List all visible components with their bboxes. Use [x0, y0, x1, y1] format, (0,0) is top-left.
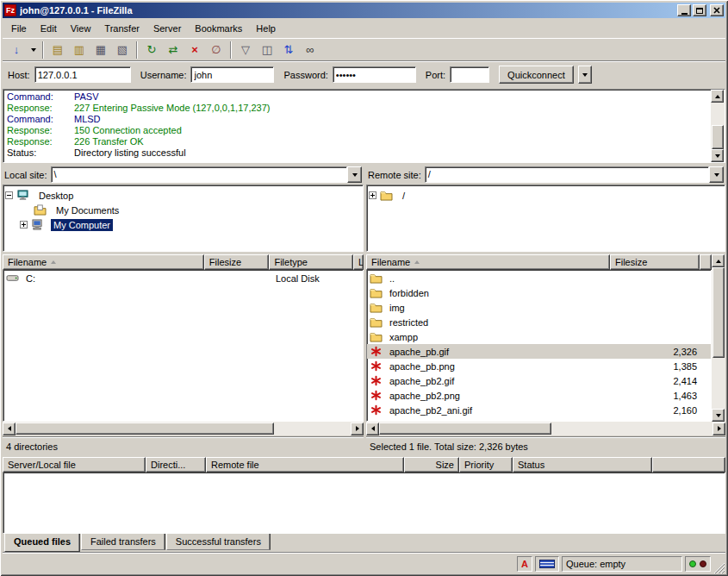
column-header-status[interactable]: Status	[513, 457, 652, 473]
file-row[interactable]: xampp	[367, 329, 711, 344]
site-manager-dropdown-button[interactable]	[28, 41, 39, 59]
find-files-button[interactable]: ∞	[300, 41, 320, 59]
log-vertical-scrollbar[interactable]	[711, 90, 725, 162]
local-horizontal-scrollbar[interactable]	[3, 422, 364, 435]
column-header-size[interactable]: Size	[404, 457, 459, 473]
column-header-direction[interactable]: Directi...	[146, 457, 206, 473]
socket-indicator[interactable]	[535, 556, 559, 572]
file-row-selected[interactable]: apache_pb.gif 2,326	[367, 344, 711, 359]
menu-view[interactable]: View	[64, 21, 98, 36]
column-header-filename[interactable]: Filename	[3, 254, 204, 270]
tree-item-root[interactable]: /	[369, 188, 723, 203]
scroll-up-button[interactable]	[712, 254, 725, 267]
tab-queued-files[interactable]: Queued files	[4, 534, 80, 552]
tree-item-my-computer[interactable]: My Computer	[5, 217, 361, 232]
message-log[interactable]: Command:PASV Response:227 Entering Passi…	[3, 89, 725, 163]
scroll-down-button[interactable]	[712, 409, 725, 422]
column-header-priority[interactable]: Priority	[459, 457, 513, 473]
scroll-track[interactable]	[16, 422, 351, 435]
filters-button[interactable]: ▽	[235, 41, 256, 59]
local-site-value[interactable]: \	[51, 166, 347, 183]
tree-item-label[interactable]: Desktop	[36, 190, 76, 202]
file-row[interactable]: apache_pb2.png 1,463	[367, 388, 711, 403]
file-row[interactable]: apache_pb.png 1,385	[367, 359, 711, 373]
scroll-left-button[interactable]	[366, 423, 379, 435]
file-row[interactable]: img	[367, 300, 711, 315]
resize-grip[interactable]	[713, 562, 725, 573]
remote-vertical-scrollbar[interactable]	[712, 254, 725, 422]
directory-comparison-button[interactable]: ◫	[257, 41, 277, 59]
scroll-thumb[interactable]	[712, 267, 725, 358]
synchronized-browsing-button[interactable]: ⇅	[278, 41, 299, 59]
menu-server[interactable]: Server	[146, 21, 188, 36]
tree-item-label[interactable]: My Computer	[51, 219, 113, 231]
disconnect-button[interactable]: ∅	[206, 41, 227, 59]
transfer-queue-toggle-button[interactable]: ▧	[112, 41, 133, 59]
process-queue-button[interactable]: ⇄	[163, 41, 184, 59]
scroll-down-button[interactable]	[711, 149, 724, 162]
password-input[interactable]	[333, 66, 416, 83]
local-site-combobox[interactable]: \	[51, 166, 362, 183]
remote-horizontal-scrollbar[interactable]	[366, 422, 725, 435]
scroll-track[interactable]	[712, 267, 725, 409]
transfer-type-indicator[interactable]: A	[517, 556, 532, 572]
column-header-filetype[interactable]: Filetype	[269, 254, 353, 270]
scroll-right-button[interactable]	[712, 423, 725, 435]
file-row[interactable]: apache_pb2_ani.gif 2,160	[367, 403, 711, 417]
remote-site-value[interactable]: /	[425, 166, 709, 183]
menu-help[interactable]: Help	[249, 21, 283, 36]
remote-directory-tree[interactable]: /	[366, 185, 725, 252]
scroll-up-button[interactable]	[711, 90, 724, 103]
tree-item-label[interactable]: /	[400, 190, 408, 202]
tab-failed-transfers[interactable]: Failed transfers	[81, 534, 165, 550]
file-row[interactable]: apache_pb2.gif 2,414	[367, 373, 711, 388]
quickconnect-dropdown-button[interactable]	[578, 66, 592, 84]
collapse-box-icon[interactable]	[5, 191, 13, 199]
port-input[interactable]	[450, 66, 489, 83]
menu-file[interactable]: File	[4, 21, 34, 36]
minimize-button[interactable]	[677, 4, 691, 16]
expand-box-icon[interactable]	[20, 221, 28, 229]
remote-file-list[interactable]: .. forbidden img	[366, 270, 712, 422]
queue-list[interactable]	[3, 473, 725, 534]
tree-item-label[interactable]: My Documents	[53, 204, 121, 216]
column-header-server-local-file[interactable]: Server/Local file	[3, 457, 146, 473]
local-directory-tree[interactable]: Desktop My Documents My Computer	[3, 185, 364, 252]
scroll-track[interactable]	[379, 422, 712, 435]
refresh-button[interactable]: ↻	[141, 41, 162, 59]
maximize-button[interactable]	[693, 4, 706, 16]
menu-edit[interactable]: Edit	[34, 21, 64, 36]
host-input[interactable]	[34, 66, 131, 83]
column-header-filename[interactable]: Filename	[366, 254, 610, 270]
username-input[interactable]	[190, 66, 274, 83]
tree-item-my-documents[interactable]: My Documents	[5, 203, 361, 217]
scroll-thumb[interactable]	[16, 423, 274, 435]
scroll-left-button[interactable]	[3, 423, 16, 435]
file-row[interactable]: forbidden	[367, 285, 711, 300]
message-log-toggle-button[interactable]: ▤	[47, 41, 68, 59]
close-button[interactable]	[710, 4, 724, 16]
local-treeview-toggle-button[interactable]: ▥	[69, 41, 90, 59]
column-header-remote-file[interactable]: Remote file	[206, 457, 404, 473]
site-manager-button[interactable]: ↓	[6, 41, 27, 59]
column-header-lastmodified[interactable]: L	[353, 254, 364, 270]
column-header-filesize[interactable]: Filesize	[204, 254, 270, 270]
scroll-thumb[interactable]	[379, 423, 551, 435]
remote-site-dropdown-button[interactable]	[709, 166, 724, 183]
tab-successful-transfers[interactable]: Successful transfers	[166, 534, 271, 550]
local-site-dropdown-button[interactable]	[347, 166, 362, 183]
scroll-right-button[interactable]	[351, 423, 364, 435]
quickconnect-button[interactable]: Quickconnect	[499, 66, 574, 84]
cancel-button[interactable]: ×	[184, 41, 205, 59]
file-row[interactable]: ..	[367, 271, 711, 285]
scroll-track[interactable]	[711, 103, 725, 149]
tree-item-desktop[interactable]: Desktop	[5, 188, 361, 203]
remote-treeview-toggle-button[interactable]: ▦	[90, 41, 111, 59]
scroll-thumb[interactable]	[712, 125, 724, 149]
column-header-filesize[interactable]: Filesize	[610, 254, 700, 270]
title-bar[interactable]: Fz john@127.0.0.1 - FileZilla	[3, 3, 725, 18]
local-file-list[interactable]: C: Local Disk	[3, 270, 364, 422]
file-row[interactable]: C: Local Disk	[3, 271, 363, 285]
expand-box-icon[interactable]	[369, 191, 376, 199]
menu-transfer[interactable]: Transfer	[97, 21, 146, 36]
